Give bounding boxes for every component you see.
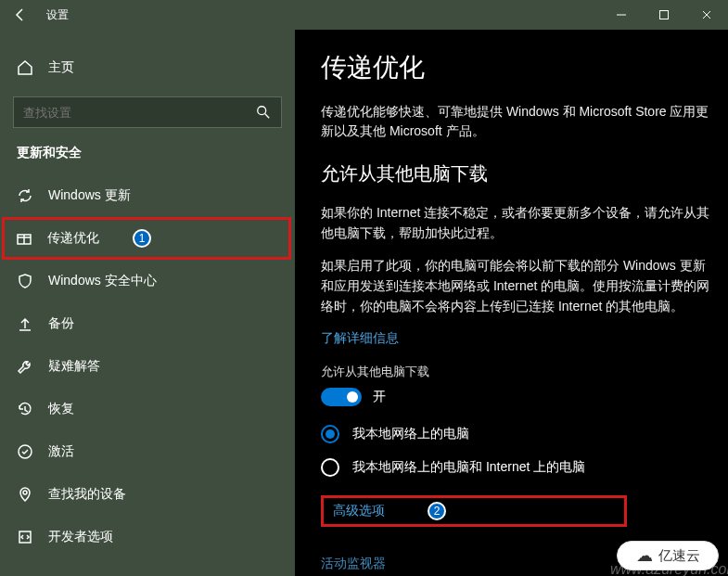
radio-option-local[interactable]: 我本地网络上的电脑 xyxy=(321,425,711,443)
radio-internet[interactable] xyxy=(321,458,339,477)
sidebar-item-recovery[interactable]: 恢复 xyxy=(0,388,295,430)
svg-rect-1 xyxy=(660,11,669,19)
learn-more-link[interactable]: 了解详细信息 xyxy=(321,330,399,347)
shield-icon xyxy=(17,273,33,289)
radio-option-internet[interactable]: 我本地网络上的电脑和 Internet 上的电脑 xyxy=(321,458,711,477)
sidebar-item-troubleshoot[interactable]: 疑难解答 xyxy=(0,345,295,388)
history-icon xyxy=(17,401,33,417)
annotation-badge-1: 1 xyxy=(133,229,151,248)
upload-icon xyxy=(17,315,33,332)
activity-monitor-link[interactable]: 活动监视器 xyxy=(321,556,386,572)
content-pane: 传递优化 传递优化能够快速、可靠地提供 Windows 和 Microsoft … xyxy=(295,30,728,576)
page-heading: 传递优化 xyxy=(321,50,711,85)
sidebar-item-label: Windows 安全中心 xyxy=(48,273,157,289)
developer-icon xyxy=(17,529,33,545)
sidebar: 主页 更新和安全 Windows 更新 传递优化 1 Windows 安全中心 … xyxy=(0,30,295,576)
radio-label: 我本地网络上的电脑 xyxy=(352,426,469,442)
home-label: 主页 xyxy=(48,59,74,76)
sidebar-item-label: Windows 更新 xyxy=(48,187,131,204)
radio-label: 我本地网络上的电脑和 Internet 上的电脑 xyxy=(352,459,585,476)
paragraph-2: 如果启用了此项，你的电脑可能会将以前下载的部分 Windows 更新和应用发送到… xyxy=(321,256,711,316)
sidebar-item-delivery-optimization[interactable]: 传递优化 1 xyxy=(2,217,291,260)
search-input-wrap[interactable] xyxy=(13,96,282,128)
window-title: 设置 xyxy=(46,7,69,23)
minimize-button[interactable] xyxy=(600,0,643,30)
sidebar-item-label: 疑难解答 xyxy=(48,358,100,375)
sidebar-item-security[interactable]: Windows 安全中心 xyxy=(0,260,295,302)
radio-local[interactable] xyxy=(321,425,339,443)
brand-text: 亿速云 xyxy=(658,547,700,565)
toggle-state: 开 xyxy=(373,389,386,405)
sub-heading: 允许从其他电脑下载 xyxy=(321,161,711,186)
close-button[interactable] xyxy=(685,0,728,30)
package-icon xyxy=(16,230,32,247)
sidebar-item-windows-update[interactable]: Windows 更新 xyxy=(0,174,295,217)
paragraph-1: 如果你的 Internet 连接不稳定，或者你要更新多个设备，请允许从其他电脑下… xyxy=(321,203,711,243)
check-circle-icon xyxy=(17,443,33,460)
advanced-options-link[interactable]: 高级选项 xyxy=(333,503,385,519)
sidebar-item-backup[interactable]: 备份 xyxy=(0,302,295,345)
advanced-options-box[interactable]: 高级选项 2 xyxy=(321,495,627,527)
location-icon xyxy=(17,486,33,503)
sidebar-item-label: 查找我的设备 xyxy=(48,486,126,503)
sidebar-item-label: 备份 xyxy=(48,315,74,332)
cloud-icon: ☁ xyxy=(636,545,653,566)
intro-text: 传递优化能够快速、可靠地提供 Windows 和 Microsoft Store… xyxy=(321,102,711,141)
sidebar-item-find-device[interactable]: 查找我的设备 xyxy=(0,473,295,516)
wrench-icon xyxy=(17,358,33,375)
svg-point-2 xyxy=(258,107,266,115)
svg-point-6 xyxy=(23,491,27,494)
brand-logo: ☁ 亿速云 xyxy=(617,541,719,570)
search-icon xyxy=(255,104,272,121)
back-button[interactable] xyxy=(0,0,41,30)
sidebar-item-label: 传递优化 xyxy=(47,230,99,247)
sidebar-item-developers[interactable]: 开发者选项 xyxy=(0,516,295,558)
allow-download-toggle[interactable] xyxy=(321,388,362,406)
search-input[interactable] xyxy=(23,106,255,120)
sync-icon xyxy=(17,187,33,204)
sidebar-item-label: 激活 xyxy=(48,443,74,460)
annotation-badge-2: 2 xyxy=(428,502,446,520)
toggle-label: 允许从其他电脑下载 xyxy=(321,364,711,380)
home-icon xyxy=(17,59,33,76)
svg-line-3 xyxy=(265,114,269,118)
sidebar-item-label: 恢复 xyxy=(48,401,74,417)
sidebar-item-label: 开发者选项 xyxy=(48,529,113,545)
sidebar-item-activation[interactable]: 激活 xyxy=(0,430,295,473)
section-title: 更新和安全 xyxy=(0,145,295,161)
home-button[interactable]: 主页 xyxy=(0,46,295,89)
maximize-button[interactable] xyxy=(643,0,685,30)
